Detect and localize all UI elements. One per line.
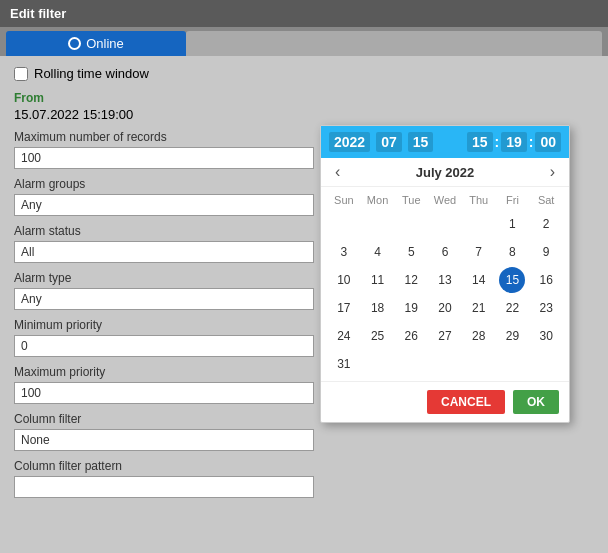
- calendar-day[interactable]: 16: [533, 267, 559, 293]
- calendar-day[interactable]: 27: [432, 323, 458, 349]
- calendar-day: [331, 211, 357, 237]
- globe-icon: [68, 37, 81, 50]
- calendar-day[interactable]: 15: [499, 267, 525, 293]
- calendar-day[interactable]: 22: [499, 295, 525, 321]
- calendar-day[interactable]: 29: [499, 323, 525, 349]
- dow-fri: Fri: [496, 191, 530, 209]
- alarm-status-input[interactable]: [14, 241, 314, 263]
- calendar-day[interactable]: 2: [533, 211, 559, 237]
- calendar-footer: CANCEL OK: [321, 381, 569, 422]
- calendar-day[interactable]: 23: [533, 295, 559, 321]
- calendar-year[interactable]: 2022: [329, 132, 370, 152]
- dow-tue: Tue: [394, 191, 428, 209]
- max-records-input[interactable]: [14, 147, 314, 169]
- calendar-dow-row: Sun Mon Tue Wed Thu Fri Sat: [327, 191, 563, 209]
- dow-sun: Sun: [327, 191, 361, 209]
- min-priority-input[interactable]: [14, 335, 314, 357]
- calendar-day[interactable]: 12: [398, 267, 424, 293]
- calendar-overlay: 2022 07 15 15 : 19 : 00 ‹ July 2022 › Su…: [320, 125, 570, 423]
- calendar-minute[interactable]: 19: [501, 132, 527, 152]
- calendar-month-title: July 2022: [416, 165, 475, 180]
- calendar-day[interactable]: 11: [365, 267, 391, 293]
- calendar-day[interactable]: 31: [331, 351, 357, 377]
- calendar-day[interactable]: 28: [466, 323, 492, 349]
- calendar-day[interactable]: 5: [398, 239, 424, 265]
- calendar-day[interactable]: 1: [499, 211, 525, 237]
- dow-thu: Thu: [462, 191, 496, 209]
- calendar-day[interactable]: 25: [365, 323, 391, 349]
- dow-wed: Wed: [428, 191, 462, 209]
- calendar-day[interactable]: 14: [466, 267, 492, 293]
- calendar-day[interactable]: 30: [533, 323, 559, 349]
- calendar-day[interactable]: 6: [432, 239, 458, 265]
- tab-online-label: Online: [86, 36, 124, 51]
- column-filter-input[interactable]: [14, 429, 314, 451]
- calendar-day[interactable]: 24: [331, 323, 357, 349]
- calendar-day[interactable]: 21: [466, 295, 492, 321]
- ok-button[interactable]: OK: [513, 390, 559, 414]
- from-label: From: [14, 91, 594, 105]
- calendar-hour[interactable]: 15: [467, 132, 493, 152]
- prev-month-button[interactable]: ‹: [331, 164, 344, 180]
- calendar-day: [466, 211, 492, 237]
- calendar-day[interactable]: 9: [533, 239, 559, 265]
- dow-sat: Sat: [529, 191, 563, 209]
- calendar-day[interactable]: 19: [398, 295, 424, 321]
- calendar-day[interactable]: 3: [331, 239, 357, 265]
- calendar-month-num[interactable]: 07: [376, 132, 402, 152]
- calendar-day: [365, 211, 391, 237]
- time-sep-1: :: [495, 134, 500, 150]
- calendar-day[interactable]: 10: [331, 267, 357, 293]
- cancel-button[interactable]: CANCEL: [427, 390, 505, 414]
- column-filter-pattern-input[interactable]: [14, 476, 314, 498]
- tab-online[interactable]: Online: [6, 31, 186, 56]
- calendar-day[interactable]: 4: [365, 239, 391, 265]
- calendar-day: [432, 211, 458, 237]
- time-sep-2: :: [529, 134, 534, 150]
- dialog-title: Edit filter: [0, 0, 608, 27]
- calendar-time-parts: 15 : 19 : 00: [467, 132, 561, 152]
- calendar-day[interactable]: 20: [432, 295, 458, 321]
- max-priority-input[interactable]: [14, 382, 314, 404]
- tab-bar: Online: [0, 27, 608, 56]
- calendar-day[interactable]: 8: [499, 239, 525, 265]
- calendar-day: [398, 211, 424, 237]
- calendar-day[interactable]: 7: [466, 239, 492, 265]
- next-month-button[interactable]: ›: [546, 164, 559, 180]
- rolling-time-window-label: Rolling time window: [34, 66, 149, 81]
- dialog-title-text: Edit filter: [10, 6, 66, 21]
- rolling-time-window-row: Rolling time window: [14, 66, 594, 81]
- main-dialog: Edit filter Online Rolling time window F…: [0, 0, 608, 553]
- calendar-day[interactable]: 17: [331, 295, 357, 321]
- column-filter-pattern-label: Column filter pattern: [14, 459, 594, 473]
- calendar-day[interactable]: 13: [432, 267, 458, 293]
- calendar-day[interactable]: 18: [365, 295, 391, 321]
- calendar-header: 2022 07 15 15 : 19 : 00: [321, 126, 569, 158]
- calendar-date-parts: 2022 07 15: [329, 132, 433, 152]
- alarm-groups-input[interactable]: [14, 194, 314, 216]
- rolling-time-window-checkbox[interactable]: [14, 67, 28, 81]
- calendar-month-nav: ‹ July 2022 ›: [321, 158, 569, 187]
- calendar-day[interactable]: 26: [398, 323, 424, 349]
- dow-mon: Mon: [361, 191, 395, 209]
- from-value[interactable]: 15.07.2022 15:19:00: [14, 107, 594, 122]
- calendar-day-num[interactable]: 15: [408, 132, 434, 152]
- calendar-second[interactable]: 00: [535, 132, 561, 152]
- calendar-days-grid: 1234567891011121314151617181920212223242…: [327, 211, 563, 377]
- tab-inactive[interactable]: [186, 31, 602, 56]
- alarm-type-input[interactable]: [14, 288, 314, 310]
- calendar-grid: Sun Mon Tue Wed Thu Fri Sat 123456789101…: [321, 187, 569, 381]
